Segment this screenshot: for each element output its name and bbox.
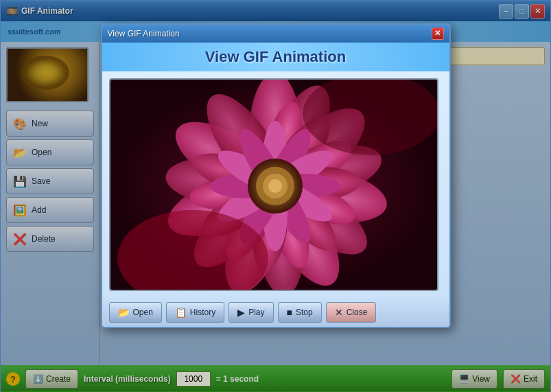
modal-body [102,71,449,298]
modal-stop-icon: ■ [287,307,292,318]
modal-stop-label: Stop [296,308,313,317]
modal-open-icon: 📂 [118,307,130,318]
modal-play-button[interactable]: ▶ Play [228,302,273,323]
modal-history-button[interactable]: 📋 History [166,302,224,323]
modal-title-bar: View GIF Animation ✕ [102,25,449,43]
modal-close-dialog-button[interactable]: ✕ Close [326,302,377,323]
svg-point-42 [268,179,282,193]
flower-svg [110,80,438,291]
modal-play-icon: ▶ [237,307,245,318]
modal-close-dialog-icon: ✕ [335,307,343,318]
modal-history-label: History [190,308,215,317]
app-window: 🎞️ GIF Animator – □ ✕ ssuitesoft.com [0,0,551,392]
modal-close-button[interactable]: ✕ [432,27,444,40]
modal-open-button[interactable]: 📂 Open [109,302,162,323]
modal-header-title: View GIF Animation [102,48,449,66]
modal-open-label: Open [133,308,153,317]
modal-history-icon: 📋 [175,307,187,318]
modal-stop-button[interactable]: ■ Stop [278,302,322,323]
modal-header: View GIF Animation [102,43,449,71]
modal-footer: 📂 Open 📋 History ▶ Play ■ Stop ✕ Clo [102,298,449,327]
view-gif-dialog: View GIF Animation ✕ View GIF Animation [101,23,451,328]
modal-overlay: View GIF Animation ✕ View GIF Animation [1,1,550,391]
modal-play-label: Play [248,308,264,317]
flower-image [109,78,438,291]
modal-title: View GIF Animation [108,29,427,38]
modal-close-dialog-label: Close [347,308,368,317]
